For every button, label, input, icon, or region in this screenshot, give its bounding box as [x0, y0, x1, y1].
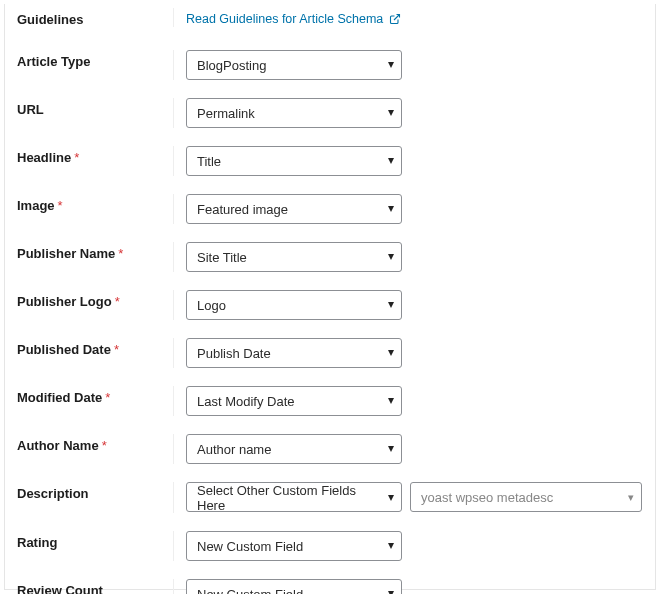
required-mark: *: [102, 438, 107, 453]
description-value-combo[interactable]: yoast wpseo metadesc: [410, 482, 642, 512]
review-count-select[interactable]: New Custom Field: [186, 579, 402, 594]
description-select[interactable]: Select Other Custom Fields Here: [186, 482, 402, 512]
article-type-select[interactable]: BlogPosting: [186, 50, 402, 80]
url-select[interactable]: Permalink: [186, 98, 402, 128]
required-mark: *: [115, 294, 120, 309]
label-publisher-logo: Publisher Logo*: [17, 290, 174, 320]
external-link-icon: [389, 13, 401, 25]
label-guidelines: Guidelines: [17, 8, 174, 27]
label-review-count: Review Count: [17, 579, 174, 594]
row-author-name: Author Name* Author name: [5, 425, 655, 473]
row-publisher-name: Publisher Name* Site Title: [5, 233, 655, 281]
row-headline: Headline* Title: [5, 137, 655, 185]
headline-select[interactable]: Title: [186, 146, 402, 176]
svg-line-0: [394, 15, 400, 21]
row-review-count: Review Count New Custom Field: [5, 570, 655, 594]
row-modified-date: Modified Date* Last Modify Date: [5, 377, 655, 425]
row-image: Image* Featured image: [5, 185, 655, 233]
published-date-select[interactable]: Publish Date: [186, 338, 402, 368]
label-modified-date: Modified Date*: [17, 386, 174, 416]
label-headline: Headline*: [17, 146, 174, 176]
author-name-select[interactable]: Author name: [186, 434, 402, 464]
row-article-type: Article Type BlogPosting: [5, 41, 655, 89]
label-rating: Rating: [17, 531, 174, 561]
publisher-name-select[interactable]: Site Title: [186, 242, 402, 272]
row-url: URL Permalink: [5, 89, 655, 137]
label-published-date: Published Date*: [17, 338, 174, 368]
guidelines-link[interactable]: Read Guidelines for Article Schema: [186, 8, 401, 26]
required-mark: *: [74, 150, 79, 165]
rating-select[interactable]: New Custom Field: [186, 531, 402, 561]
row-published-date: Published Date* Publish Date: [5, 329, 655, 377]
required-mark: *: [105, 390, 110, 405]
row-guidelines: Guidelines Read Guidelines for Article S…: [5, 4, 655, 41]
label-description: Description: [17, 482, 174, 513]
required-mark: *: [118, 246, 123, 261]
required-mark: *: [114, 342, 119, 357]
label-url: URL: [17, 98, 174, 128]
label-image: Image*: [17, 194, 174, 224]
publisher-logo-select[interactable]: Logo: [186, 290, 402, 320]
guidelines-link-text: Read Guidelines for Article Schema: [186, 12, 383, 26]
row-rating: Rating New Custom Field: [5, 522, 655, 570]
row-publisher-logo: Publisher Logo* Logo: [5, 281, 655, 329]
row-description: Description Select Other Custom Fields H…: [5, 473, 655, 522]
required-mark: *: [58, 198, 63, 213]
label-author-name: Author Name*: [17, 434, 174, 464]
label-publisher-name: Publisher Name*: [17, 242, 174, 272]
label-article-type: Article Type: [17, 50, 174, 80]
modified-date-select[interactable]: Last Modify Date: [186, 386, 402, 416]
schema-settings-panel: Guidelines Read Guidelines for Article S…: [4, 4, 656, 590]
image-select[interactable]: Featured image: [186, 194, 402, 224]
